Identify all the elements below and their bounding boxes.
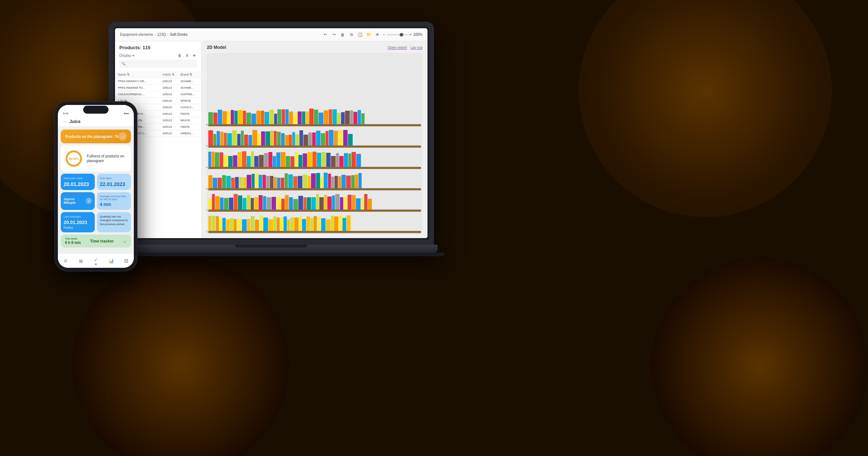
breadcrumb-equipment[interactable]: Equipment elements — [120, 33, 153, 37]
col-article-sort[interactable]: ⇅ — [172, 73, 175, 76]
product-item[interactable] — [242, 151, 246, 169]
product-item[interactable] — [307, 152, 312, 169]
product-item[interactable] — [312, 152, 316, 169]
product-item[interactable] — [285, 173, 288, 190]
table-row[interactable]: PPES INDIANA TO... 105122 SCHWE... — [115, 85, 201, 91]
donut-chart: 98.91% — [64, 149, 83, 168]
product-item[interactable] — [299, 130, 303, 148]
product-item[interactable] — [259, 216, 263, 233]
product-item[interactable] — [268, 152, 272, 169]
product-item[interactable] — [309, 109, 314, 127]
change-note-text: Quantity has not changed compared to the… — [100, 215, 128, 226]
phone-back-button[interactable]: ← — [63, 119, 67, 123]
product-item[interactable] — [324, 195, 327, 212]
product-item[interactable] — [316, 194, 319, 212]
product-item[interactable] — [329, 109, 332, 127]
product-item[interactable] — [343, 130, 348, 148]
trash-icon[interactable]: 🗑 — [177, 52, 183, 58]
product-item[interactable] — [364, 194, 367, 212]
assignee-card: Zaycev Mihaylo ℹ Average execution time … — [61, 192, 131, 210]
open-report-link[interactable]: Open report — [388, 46, 407, 50]
row-brand: MILKIS — [180, 119, 199, 122]
execution-date-label: Execution date: — [64, 177, 92, 180]
nav-item-planogram[interactable]: ▦ — [77, 258, 84, 264]
delete-icon[interactable]: 🗑 — [340, 31, 346, 38]
nav-item-home[interactable]: ⊞ — [62, 258, 69, 264]
product-item[interactable] — [282, 109, 285, 126]
breadcrumb-123q[interactable]: 123Q — [157, 33, 166, 37]
zoom-minus[interactable]: − — [383, 33, 385, 37]
redo-icon[interactable]: ↪ — [331, 31, 337, 38]
paste-icon[interactable]: 📋 — [357, 31, 363, 38]
folder-icon[interactable]: 📁 — [366, 31, 372, 38]
product-item[interactable] — [216, 216, 219, 233]
col-name-sort[interactable]: ⇅ — [127, 73, 130, 76]
nav-item-tasks[interactable]: ✓ — [93, 257, 99, 265]
col-brand-sort[interactable]: ⇅ — [190, 73, 192, 76]
display-button[interactable]: Display ▾ — [119, 54, 134, 58]
row-article: 105122 — [162, 106, 180, 109]
product-item[interactable] — [255, 173, 258, 190]
table-row[interactable]: PPES DERZKIY GR... 105122 SCHWE... — [115, 78, 201, 85]
product-item[interactable] — [271, 131, 273, 148]
product-item[interactable] — [348, 195, 352, 212]
time-tracker-card[interactable]: This week 6 h 8 min Time tracker ⌄ — [61, 235, 131, 248]
product-item[interactable] — [212, 152, 214, 169]
product-item[interactable] — [285, 109, 289, 127]
product-item[interactable] — [212, 216, 216, 233]
product-item[interactable] — [352, 152, 356, 169]
eye-icon[interactable]: 👁 — [374, 31, 381, 38]
product-item[interactable] — [334, 131, 338, 148]
row-name: COLA KOFE&KOL... — [118, 93, 162, 96]
phone-content: Products on the planogram: 75 → 98.91% F… — [58, 127, 134, 253]
breadcrumb-softdrinks[interactable]: Soft Drinks — [170, 33, 188, 37]
product-item[interactable] — [281, 152, 285, 169]
product-item[interactable] — [241, 131, 244, 148]
product-item[interactable] — [346, 215, 350, 233]
table-row[interactable]: COLA KOFE&KOL... 105122 COFFEE... — [115, 91, 201, 98]
product-item[interactable] — [358, 173, 362, 190]
product-item[interactable] — [212, 194, 215, 212]
product-item[interactable] — [311, 173, 316, 191]
home-icon: ⊞ — [62, 258, 69, 264]
last-changes-row: Last changes: 20.01.2023 Pasha Quantity … — [61, 212, 131, 232]
col-name-header: Name ⇅ — [118, 73, 162, 76]
product-item[interactable] — [277, 109, 281, 127]
row-brand: SCHWE... — [180, 86, 199, 89]
product-item[interactable] — [339, 216, 342, 233]
orange-banner-arrow[interactable]: → — [119, 132, 127, 140]
product-item[interactable] — [324, 173, 328, 190]
col-brand-label: Brand — [180, 73, 189, 76]
product-item[interactable] — [295, 152, 298, 169]
product-item[interactable] — [314, 216, 317, 233]
nav-item-photos[interactable]: 🖼 — [123, 258, 129, 264]
shelf-bar — [208, 231, 421, 233]
donut-label: 98.91% — [64, 149, 83, 168]
zoom-plus[interactable]: + — [410, 33, 412, 37]
lay-out-link[interactable]: Lay out — [410, 46, 422, 50]
zoom-slider[interactable] — [387, 34, 408, 35]
product-item[interactable] — [234, 194, 238, 212]
product-item[interactable] — [208, 152, 211, 169]
product-item[interactable] — [208, 130, 213, 148]
undo-icon[interactable]: ↩ — [322, 31, 329, 38]
product-item[interactable] — [316, 131, 320, 148]
product-item[interactable] — [335, 194, 340, 212]
nav-item-reports[interactable]: 📊 — [108, 258, 114, 264]
product-item[interactable] — [322, 152, 326, 169]
add-icon[interactable]: + — [191, 52, 197, 58]
product-item[interactable] — [252, 130, 257, 148]
product-item[interactable] — [338, 130, 343, 148]
product-item[interactable] — [331, 216, 334, 233]
product-item[interactable] — [299, 216, 302, 233]
product-item[interactable] — [232, 130, 237, 148]
product-item[interactable] — [316, 173, 320, 190]
product-item[interactable] — [251, 151, 254, 169]
product-item[interactable] — [329, 130, 333, 148]
upload-icon[interactable]: ⬆ — [184, 52, 190, 58]
product-item[interactable] — [238, 152, 242, 169]
product-item[interactable] — [332, 109, 337, 126]
copy-icon[interactable]: ⧉ — [348, 31, 355, 38]
product-item[interactable] — [208, 216, 211, 233]
product-item[interactable] — [251, 216, 255, 233]
